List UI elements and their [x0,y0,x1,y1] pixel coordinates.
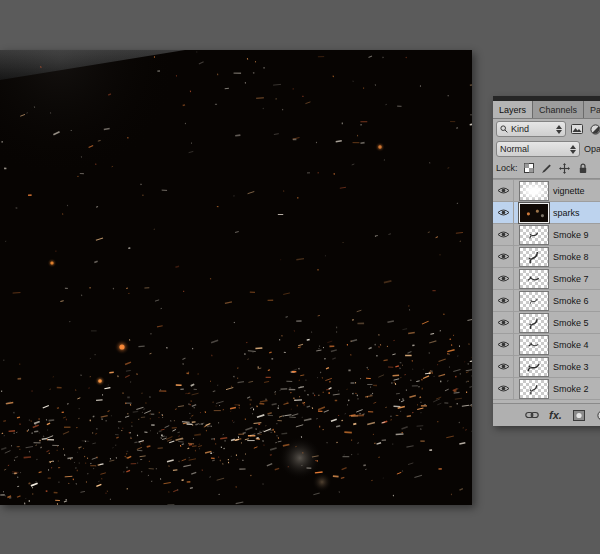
tab-channels[interactable]: Channels [533,101,584,118]
layer-name: sparks [553,208,580,218]
layer-list: vignette sparks Smoke 9 Smoke 8 Smok [493,179,600,400]
stepper-icon [570,145,576,154]
layer-name: Smoke 8 [553,252,589,262]
layer-thumbnail[interactable] [519,203,549,223]
visibility-toggle-icon[interactable] [493,224,514,245]
visibility-toggle-icon[interactable] [493,290,514,311]
visibility-toggle-icon[interactable] [493,334,514,355]
layer-row[interactable]: Smoke 8 [493,246,600,268]
blend-mode-value: Normal [500,144,529,154]
layer-thumbnail[interactable] [519,269,549,289]
lock-label: Lock: [496,163,518,173]
layer-row[interactable]: Smoke 6 [493,290,600,312]
visibility-toggle-icon[interactable] [493,180,514,201]
layer-row[interactable]: Smoke 4 [493,334,600,356]
tab-layers[interactable]: Layers [493,101,533,118]
layer-row[interactable]: sparks [493,202,600,224]
add-layer-mask-icon[interactable] [572,408,586,422]
layer-thumbnail[interactable] [519,379,549,399]
visibility-toggle-icon[interactable] [493,312,514,333]
visibility-toggle-icon[interactable] [493,246,514,267]
filter-row: Kind T [493,119,600,139]
layer-name: Smoke 9 [553,230,589,240]
layer-style-fx-icon[interactable]: fx. [549,409,562,421]
lock-transparency-icon[interactable] [522,161,536,175]
layer-thumbnail[interactable] [519,247,549,267]
blend-row: Normal Opacity: [493,139,600,159]
stepper-icon [556,125,562,134]
visibility-toggle-icon[interactable] [493,378,514,399]
visibility-toggle-icon[interactable] [493,356,514,377]
lock-all-padlock-icon[interactable] [576,161,590,175]
filter-kind-value: Kind [511,124,529,134]
lock-row: Lock: Fill: [493,159,600,179]
layer-thumbnail[interactable] [519,291,549,311]
lock-pixels-brush-icon[interactable] [540,161,554,175]
layer-name: Smoke 5 [553,318,589,328]
lock-position-move-icon[interactable] [558,161,572,175]
visibility-toggle-icon[interactable] [493,268,514,289]
opacity-label: Opacity: [584,144,600,154]
layer-thumbnail[interactable] [519,181,549,201]
tab-paths[interactable]: Paths [584,101,600,118]
pixel-layer-filter-icon[interactable] [570,122,584,136]
filter-kind-dropdown[interactable]: Kind [496,121,566,137]
layer-thumbnail[interactable] [519,225,549,245]
new-adjustment-layer-icon[interactable] [596,408,600,422]
document-canvas[interactable] [0,50,472,505]
visibility-toggle-icon[interactable] [493,202,514,223]
layer-row[interactable]: Smoke 3 [493,356,600,378]
layer-row[interactable]: Smoke 5 [493,312,600,334]
layer-name: Smoke 7 [553,274,589,284]
layer-name: Smoke 2 [553,384,589,394]
search-icon [500,125,508,133]
link-layers-icon[interactable] [525,408,539,422]
layer-name: Smoke 4 [553,340,589,350]
layer-row[interactable]: Smoke 2 [493,378,600,400]
layer-thumbnail[interactable] [519,335,549,355]
layer-row[interactable]: Smoke 7 [493,268,600,290]
photoshop-workspace: { "window": { "workspace_bg": "#5b5b5b" … [0,0,600,554]
layer-thumbnail[interactable] [519,357,549,377]
layer-row[interactable]: Smoke 9 [493,224,600,246]
panel-tabstrip: Layers Channels Paths [493,101,600,119]
layers-panel: Layers Channels Paths Kind T Normal Opac… [493,96,600,426]
panel-footer: fx. [493,403,600,426]
layer-name: vignette [553,186,585,196]
layer-thumbnail[interactable] [519,313,549,333]
adjustment-layer-filter-icon[interactable] [588,122,600,136]
layer-name: Smoke 3 [553,362,589,372]
layer-row[interactable]: vignette [493,180,600,202]
blend-mode-dropdown[interactable]: Normal [496,141,580,157]
layer-name: Smoke 6 [553,296,589,306]
